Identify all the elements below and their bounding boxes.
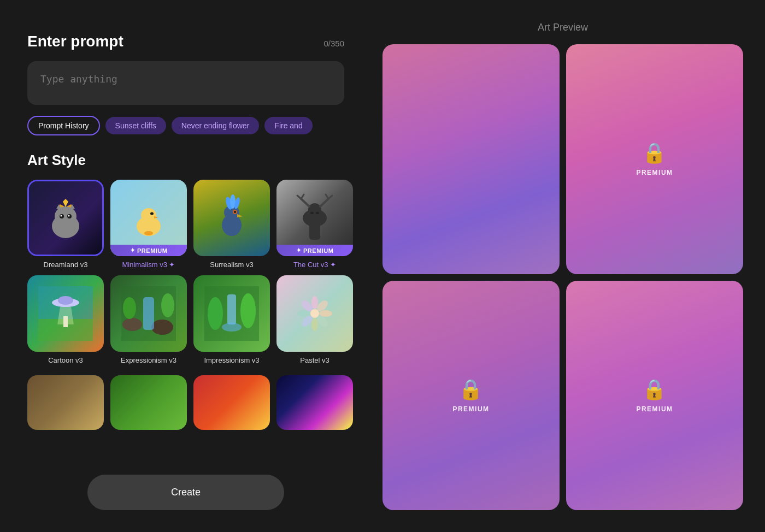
art-thumb-row3a [27, 375, 104, 430]
thecut-premium-badge: ✦PREMIUM [276, 245, 353, 256]
premium-label-3: PREMIUM [452, 405, 489, 413]
art-thumb-pastel [276, 275, 353, 352]
art-thumb-dreamland [27, 180, 104, 256]
art-thumb-cartoon [27, 275, 104, 352]
art-label-minimalism: Minimalism v3 ✦ [122, 261, 175, 269]
right-panel: Art Preview 🔒 PREMIUM 🔒 PREMIUM 🔒 PREMIU… [372, 0, 765, 532]
svg-point-15 [144, 231, 153, 235]
svg-marker-14 [154, 216, 158, 218]
art-thumb-row3c [193, 375, 270, 430]
svg-point-33 [310, 212, 314, 214]
art-style-thecut[interactable]: ✦PREMIUM The Cut v3 ✦ [276, 180, 353, 269]
premium-label-4: PREMIUM [636, 405, 673, 413]
preview-card-3: 🔒 PREMIUM [382, 281, 560, 511]
art-thumb-row3d [276, 375, 353, 430]
svg-point-13 [150, 212, 154, 215]
svg-point-38 [58, 296, 73, 305]
art-thumb-thecut: ✦PREMIUM [276, 180, 353, 256]
svg-point-55 [297, 310, 310, 317]
art-row3 [27, 375, 344, 430]
svg-rect-40 [63, 316, 68, 327]
svg-point-4 [55, 206, 76, 226]
char-count: 0/350 [323, 39, 344, 48]
preview-grid: 🔒 PREMIUM 🔒 PREMIUM 🔒 PREMIUM [382, 44, 743, 510]
premium-overlay-4: 🔒 PREMIUM [636, 378, 673, 413]
art-style-row3c[interactable] [193, 375, 270, 430]
art-style-dreamland[interactable]: Dreamland v3 [27, 180, 104, 269]
preview-card-4: 🔒 PREMIUM [566, 281, 743, 511]
prompt-history-tag[interactable]: Prompt History [27, 116, 100, 135]
lock-icon-3: 🔒 [458, 378, 483, 401]
lock-icon-2: 🔒 [642, 141, 667, 164]
svg-point-10 [68, 215, 70, 217]
art-style-row3d[interactable] [276, 375, 353, 430]
art-style-row3b[interactable] [110, 375, 187, 430]
svg-point-54 [311, 318, 318, 331]
art-label-cartoon: Cartoon v3 [48, 356, 83, 364]
create-button[interactable]: Create [87, 475, 284, 510]
preview-card-1 [382, 44, 560, 274]
svg-point-12 [141, 208, 156, 222]
svg-rect-44 [143, 297, 154, 330]
art-style-minimalism[interactable]: ✦PREMIUM Minimalism v3 ✦ [110, 180, 187, 269]
svg-point-51 [222, 323, 242, 332]
svg-point-43 [151, 320, 173, 335]
art-label-surrealism: Surrealism v3 [210, 261, 253, 269]
art-style-cartoon[interactable]: Cartoon v3 [27, 275, 104, 364]
left-panel: Enter prompt 0/350 Prompt History Sunset… [0, 0, 372, 532]
art-label-impressionism: Impressionism v3 [204, 356, 259, 364]
art-style-pastel[interactable]: Pastel v3 [276, 275, 353, 364]
svg-point-34 [316, 212, 319, 214]
svg-point-48 [208, 297, 223, 330]
art-style-title: Art Style [27, 152, 344, 169]
svg-line-29 [301, 194, 304, 199]
premium-label-2: PREMIUM [636, 169, 673, 176]
svg-point-46 [161, 293, 174, 317]
tag-sunset-cliffs[interactable]: Sunset cliffs [105, 117, 166, 134]
premium-overlay-3: 🔒 PREMIUM [452, 378, 489, 413]
prompt-input[interactable] [27, 61, 344, 105]
preview-card-2: 🔒 PREMIUM [566, 44, 743, 274]
art-thumb-minimalism: ✦PREMIUM [110, 180, 187, 256]
art-preview-title: Art Preview [382, 22, 743, 33]
svg-point-42 [122, 318, 142, 331]
art-style-grid: Dreamland v3 ✦PREMIUM Min [27, 180, 344, 364]
art-label-thecut: The Cut v3 ✦ [293, 261, 336, 269]
lock-icon-4: 🔒 [642, 378, 667, 401]
dreamland-image [29, 181, 102, 255]
prompt-tags: Prompt History Sunset cliffs Never endin… [27, 116, 344, 135]
svg-point-56 [319, 310, 332, 317]
svg-marker-23 [237, 214, 243, 217]
svg-point-53 [311, 296, 318, 309]
svg-point-26 [308, 203, 321, 216]
art-style-row3a[interactable] [27, 375, 104, 430]
svg-line-27 [301, 199, 309, 206]
art-style-expressionism[interactable]: Expressionism v3 [110, 275, 187, 364]
svg-line-30 [320, 199, 328, 206]
art-style-impressionism[interactable]: Impressionism v3 [193, 275, 270, 364]
prompt-title: Enter prompt [27, 33, 123, 50]
svg-point-22 [234, 211, 236, 213]
prompt-header: Enter prompt 0/350 [27, 33, 344, 50]
art-label-dreamland: Dreamland v3 [44, 261, 88, 269]
svg-rect-50 [227, 294, 236, 324]
tag-never-ending-flower[interactable]: Never ending flower [172, 117, 260, 134]
svg-point-49 [240, 293, 256, 328]
premium-overlay-2: 🔒 PREMIUM [636, 141, 673, 176]
art-label-pastel: Pastel v3 [300, 356, 329, 364]
art-thumb-surrealism [193, 180, 270, 256]
art-thumb-impressionism [193, 275, 270, 352]
svg-point-9 [61, 215, 62, 217]
tag-fire-and[interactable]: Fire and [264, 117, 312, 134]
art-thumb-row3b [110, 375, 187, 430]
minimalism-premium-badge: ✦PREMIUM [110, 245, 187, 256]
svg-point-45 [123, 297, 136, 319]
svg-line-32 [326, 194, 328, 199]
art-thumb-expressionism [110, 275, 187, 352]
art-style-surrealism[interactable]: Surrealism v3 [193, 180, 270, 269]
art-label-expressionism: Expressionism v3 [121, 356, 176, 364]
